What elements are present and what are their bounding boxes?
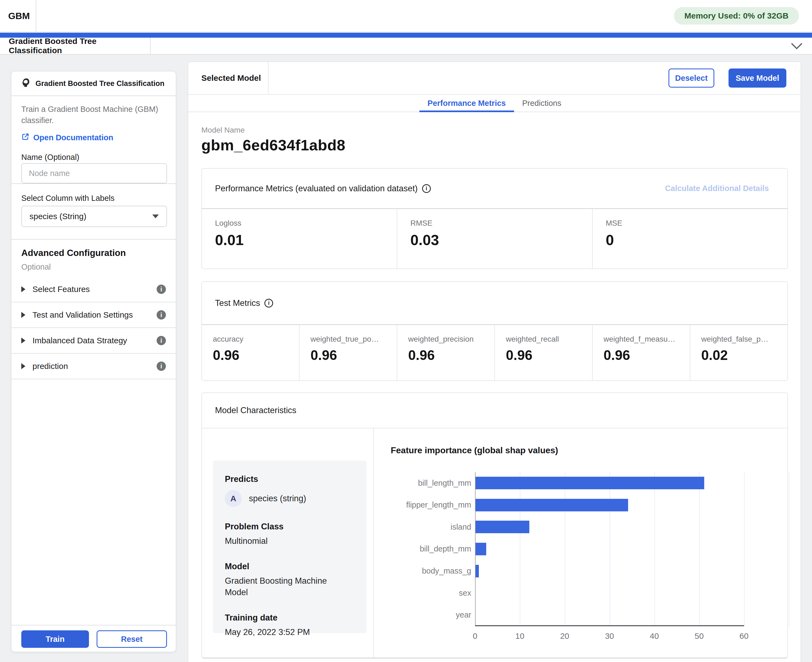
collapse-chevron-icon[interactable]: [791, 43, 803, 51]
workflow-tab-label: Gradient Boosted Tree Classification: [9, 37, 150, 55]
sidebar-section-select-features[interactable]: Select Features i: [11, 277, 176, 302]
chart-category-label: flipper_length_mm: [374, 494, 471, 516]
chart-x-tick: 20: [554, 631, 576, 641]
top-bar-divider: [36, 0, 36, 32]
train-button[interactable]: Train: [21, 630, 89, 648]
info-icon[interactable]: i: [422, 184, 431, 193]
node-name-input[interactable]: [21, 163, 167, 183]
save-model-button[interactable]: Save Model: [729, 69, 786, 88]
label-column-label: Select Column with Labels: [21, 194, 115, 203]
training-date-block: Training date May 26, 2022 3:52 PM: [225, 613, 355, 638]
chart-x-tick: 40: [644, 631, 665, 641]
chart-category-label: island: [374, 516, 471, 538]
metric-label: weighted_true_po…: [310, 335, 397, 344]
calculate-additional-details-link[interactable]: Calculate Additional Details: [665, 169, 769, 208]
characteristics-body: Predicts A species (string) Problem Clas…: [202, 428, 788, 658]
chart-category-label: bill_depth_mm: [374, 538, 471, 560]
info-icon[interactable]: i: [157, 310, 166, 320]
metric-label: weighted_recall: [506, 335, 592, 344]
panel-header-divider: [268, 62, 268, 94]
metric-value: 0.96: [310, 347, 397, 363]
chart-gridline: [699, 472, 700, 626]
chart-category-label: bill_length_mm: [374, 472, 471, 494]
expander-triangle-icon: [21, 286, 26, 292]
external-link-icon: [21, 133, 29, 143]
metric-cell-weighted-f-measure: weighted_f_measu… 0.96: [593, 325, 690, 381]
sidebar-title: Gradient Boosted Tree Classification: [35, 79, 165, 88]
problem-class-value: Multinomial: [225, 535, 355, 547]
node-config-sidebar: Gradient Boosted Tree Classification Tra…: [11, 71, 176, 652]
validation-card-header: Performance Metrics (evaluated on valida…: [202, 169, 788, 209]
sidebar-footer-divider: [11, 625, 176, 625]
metric-value: 0.01: [215, 231, 397, 248]
metric-label: accuracy: [213, 335, 299, 344]
panel-header: Selected Model Deselect Save Model: [188, 62, 801, 95]
metric-label: Logloss: [215, 219, 397, 228]
metric-cell-weighted-true-positive: weighted_true_po… 0.96: [300, 325, 397, 381]
training-date-value: May 26, 2022 3:52 PM: [225, 627, 355, 638]
metric-label: MSE: [606, 219, 788, 228]
workflow-tab[interactable]: Gradient Boosted Tree Classification: [0, 38, 151, 54]
label-column-select[interactable]: species (String): [21, 206, 167, 227]
tab-performance-metrics[interactable]: Performance Metrics: [419, 95, 514, 112]
string-type-badge: A: [225, 490, 242, 507]
deselect-button[interactable]: Deselect: [669, 69, 714, 88]
expander-triangle-icon: [21, 363, 26, 369]
model-name-label: Model Name: [201, 126, 245, 135]
memory-usage-badge: Memory Used: 0% of 32GB: [674, 7, 799, 24]
tab-predictions[interactable]: Predictions: [514, 95, 570, 112]
chart-gridline: [565, 472, 565, 626]
metric-label: RMSE: [410, 219, 592, 228]
metric-value: 0.96: [603, 347, 690, 363]
metric-value: 0.03: [410, 231, 592, 248]
predicts-label: Predicts: [225, 474, 355, 484]
results-tab-bar: Performance Metrics Predictions: [188, 95, 801, 112]
section-label: prediction: [32, 362, 68, 371]
section-label: Select Features: [32, 284, 90, 294]
chart-category-label: body_mass_g: [374, 560, 471, 582]
chart-gridline: [610, 472, 610, 626]
info-icon[interactable]: i: [157, 284, 166, 294]
training-date-label: Training date: [225, 613, 355, 623]
chart-x-axis-line: [475, 625, 744, 626]
chart-bar-island: [476, 521, 530, 533]
metric-cell-weighted-precision: weighted_precision 0.96: [397, 325, 495, 381]
chart-category-label: sex: [374, 582, 471, 604]
metric-cell-accuracy: accuracy 0.96: [202, 325, 300, 381]
node-description: Train a Gradient Boost Machine (GBM) cla…: [21, 104, 168, 126]
metric-value: 0.96: [408, 347, 494, 363]
reset-button[interactable]: Reset: [96, 630, 167, 648]
metric-value: 0.96: [213, 347, 299, 363]
validation-card-title: Performance Metrics (evaluated on valida…: [215, 184, 418, 193]
metric-cell-logloss: Logloss 0.01: [202, 209, 397, 268]
chart-bar-bill_length_mm: [476, 477, 704, 489]
info-icon[interactable]: i: [157, 362, 166, 371]
metric-cell-rmse: RMSE 0.03: [397, 209, 593, 268]
sidebar-section-test-validation[interactable]: Test and Validation Settings i: [11, 302, 176, 328]
validation-metrics-row: Logloss 0.01 RMSE 0.03 MSE 0: [202, 209, 788, 268]
chart-x-tick: 30: [599, 631, 621, 641]
characteristics-summary-column: Predicts A species (string) Problem Clas…: [202, 428, 374, 658]
metric-label: weighted_precision: [408, 335, 494, 344]
sidebar-section-imbalanced-data[interactable]: Imbalanced Data Strategy i: [11, 328, 176, 353]
test-card-title: Test Metrics: [215, 298, 260, 308]
chart-bar-flipper_length_mm: [476, 499, 628, 511]
open-documentation-label: Open Documentation: [33, 133, 113, 142]
metric-label: weighted_false_p…: [701, 335, 788, 344]
test-metrics-card: Test Metrics i accuracy 0.96 weighted_tr…: [201, 281, 788, 381]
characteristics-summary-panel: Predicts A species (string) Problem Clas…: [213, 461, 366, 633]
open-documentation-link[interactable]: Open Documentation: [21, 133, 113, 143]
panel-title: Selected Model: [201, 62, 261, 94]
metric-cell-weighted-recall: weighted_recall 0.96: [495, 325, 593, 381]
top-bar: GBM Memory Used: 0% of 32GB: [0, 0, 812, 32]
characteristics-card-header: Model Characteristics: [202, 393, 788, 428]
info-icon[interactable]: i: [157, 336, 166, 345]
problem-class-block: Problem Class Multinomial: [225, 522, 355, 547]
sidebar-divider: [11, 239, 176, 239]
info-icon[interactable]: i: [265, 299, 273, 307]
chart-gridline: [654, 472, 655, 626]
sidebar-section-prediction[interactable]: prediction i: [11, 353, 176, 379]
chart-x-tick: 10: [509, 631, 531, 641]
feature-importance-chart: 0102030405060: [475, 472, 789, 626]
app-title: GBM: [8, 0, 30, 32]
